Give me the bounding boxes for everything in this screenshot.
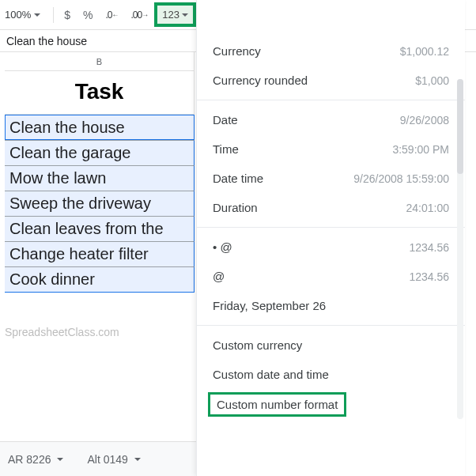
chevron-down-icon (134, 458, 141, 461)
menu-item-currency[interactable]: Currency $1,000.12 (197, 36, 465, 66)
zoom-dropdown[interactable]: 100% (5, 9, 48, 21)
formula-bar-content: Clean the house (6, 35, 87, 47)
menu-separator (197, 100, 465, 100)
chevron-down-icon (34, 13, 40, 17)
menu-item-at[interactable]: @ 1234.56 (197, 262, 465, 291)
increase-decimal-button[interactable]: .00 → (126, 6, 154, 25)
more-formats-button[interactable]: 123 (155, 3, 195, 26)
decrease-decimal-button[interactable]: .0 ← (100, 6, 124, 25)
scroll-thumb[interactable] (457, 79, 463, 174)
menu-item-currency-rounded[interactable]: Currency rounded $1,000 (197, 66, 465, 95)
menu-item-custom-datetime[interactable]: Custom date and time (197, 360, 465, 389)
menu-item-date[interactable]: Date 9/26/2008 (197, 105, 465, 134)
cell[interactable]: Clean the house (5, 115, 195, 140)
cell[interactable]: Cook dinner (5, 266, 195, 293)
menu-scrollbar[interactable] (457, 79, 463, 419)
status-bar: AR 8226 Alt 0149 (0, 441, 196, 476)
status-chip-left[interactable]: AR 8226 (8, 453, 63, 466)
status-chip-right[interactable]: Alt 0149 (87, 453, 140, 466)
menu-item-time[interactable]: Time 3:59:00 PM (197, 134, 465, 164)
column-header-b[interactable]: B (5, 52, 195, 71)
cell[interactable]: Mow the lawn (5, 165, 195, 191)
number-format-menu: Currency $1,000.12 Currency rounded $1,0… (196, 0, 465, 476)
format-button-label: 123 (162, 9, 179, 21)
zoom-value: 100% (5, 9, 31, 21)
menu-item-custom-number-format[interactable]: Custom number format (208, 392, 346, 417)
currency-format-button[interactable]: $ (59, 5, 76, 25)
menu-item-friday[interactable]: Friday, September 26 (197, 291, 465, 320)
menu-separator (197, 325, 465, 326)
menu-separator (197, 227, 465, 228)
separator (53, 7, 54, 23)
cell[interactable]: Change heater filter (5, 241, 195, 266)
chevron-down-icon (182, 13, 188, 17)
chevron-down-icon (57, 458, 63, 461)
menu-item-duration[interactable]: Duration 24:01:00 (197, 193, 465, 222)
menu-item-custom-currency[interactable]: Custom currency (197, 331, 465, 360)
cell[interactable]: Clean the garage (5, 140, 195, 165)
header-cell[interactable]: Task (5, 71, 195, 115)
cell[interactable]: Sweep the driveway (5, 191, 195, 216)
menu-item-datetime[interactable]: Date time 9/26/2008 15:59:00 (197, 164, 465, 193)
menu-item-bullet-at[interactable]: • @ 1234.56 (197, 232, 465, 262)
percent-format-button[interactable]: % (77, 5, 98, 25)
cell[interactable]: Clean leaves from the (5, 216, 195, 241)
